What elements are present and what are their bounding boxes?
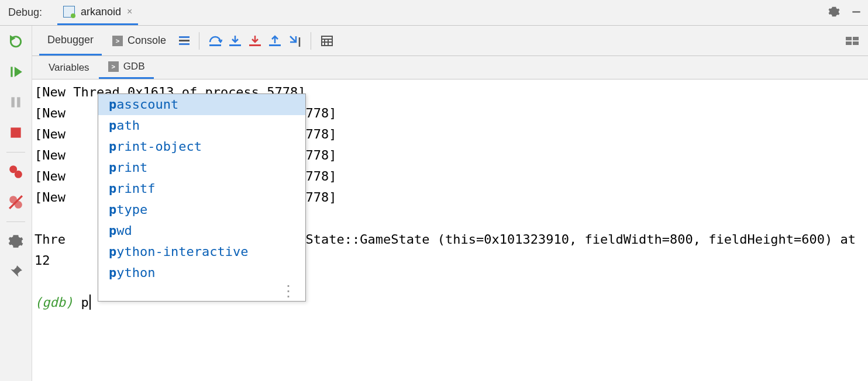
autocomplete-item[interactable]: pwd [98,220,305,241]
svg-rect-15 [322,36,332,46]
svg-rect-3 [17,97,20,107]
subtab-variables-label: Variables [49,62,89,74]
run-config-icon [63,6,75,18]
minimize-icon[interactable] [850,6,862,19]
svg-rect-12 [249,44,261,46]
run-to-cursor-icon[interactable] [286,32,304,50]
separator [199,32,199,50]
force-step-into-icon[interactable] [246,32,264,50]
autocomplete-item[interactable]: print-object [98,136,305,157]
autocomplete-item[interactable]: python-interactive [98,241,305,262]
gdb-chevron-icon: > [108,61,119,72]
console-chevron-icon: > [112,36,123,46]
settings-icon[interactable] [8,234,23,249]
separator [6,221,25,222]
svg-rect-10 [209,44,221,46]
pin-icon[interactable] [8,264,23,279]
autocomplete-item[interactable]: print [98,157,305,178]
gdb-input[interactable]: p [81,295,88,310]
close-icon[interactable]: × [127,6,132,17]
debug-tab-arkanoid[interactable]: arkanoid × [57,0,138,25]
tab-console-label: Console [128,34,166,47]
tab-debugger-label: Debugger [47,34,94,46]
autocomplete-item[interactable]: printf [98,178,305,199]
step-out-icon[interactable] [266,32,284,50]
window-controls [828,6,862,19]
autocomplete-item[interactable]: ptype [98,199,305,220]
subtab-variables[interactable]: Variables [39,56,99,79]
separator [311,32,311,50]
mute-breakpoints-icon[interactable] [8,195,23,210]
svg-rect-13 [269,44,281,46]
debugger-toolbar: Debugger > Console [32,26,868,56]
title-bar: Debug: arkanoid × [0,0,868,26]
tab-debugger[interactable]: Debugger [39,26,102,56]
view-breakpoints-icon[interactable] [8,164,23,179]
svg-point-6 [15,171,22,178]
debugger-subtabs: Variables > GDB [32,56,868,79]
more-icon[interactable]: ⋮ [98,283,305,301]
autocomplete-item[interactable]: path [98,115,305,136]
tab-console[interactable]: > Console [104,26,174,56]
svg-rect-2 [11,97,14,107]
svg-rect-11 [229,44,241,46]
rerun-icon[interactable] [8,34,23,49]
evaluate-expression-icon[interactable] [318,32,336,50]
svg-rect-4 [11,127,20,137]
gdb-console[interactable]: [New Thread 0x1613 of process 5778][New … [32,79,868,381]
threads-icon[interactable] [179,36,190,45]
separator [6,152,25,153]
text-cursor [89,295,91,310]
resume-icon[interactable] [8,64,23,79]
svg-rect-1 [11,67,12,77]
stop-icon[interactable] [8,125,23,140]
gear-icon[interactable] [828,6,840,19]
gdb-prompt: (gdb) [35,295,81,310]
debug-side-toolbar [0,26,32,381]
debug-label: Debug: [8,6,42,19]
pause-icon[interactable] [8,95,23,110]
debug-tab-label: arkanoid [81,6,121,18]
step-over-icon[interactable] [206,32,224,50]
autocomplete-item[interactable]: python [98,262,305,283]
layout-settings-icon[interactable] [843,32,861,50]
subtab-gdb-label: GDB [123,61,145,72]
debug-content-area: Debugger > Console [32,26,868,381]
subtab-gdb[interactable]: > GDB [99,56,154,79]
svg-rect-0 [852,11,860,13]
autocomplete-popup[interactable]: passcountpathprint-objectprintprintfptyp… [98,93,306,302]
step-into-icon[interactable] [226,32,244,50]
autocomplete-item[interactable]: passcount [98,94,305,115]
